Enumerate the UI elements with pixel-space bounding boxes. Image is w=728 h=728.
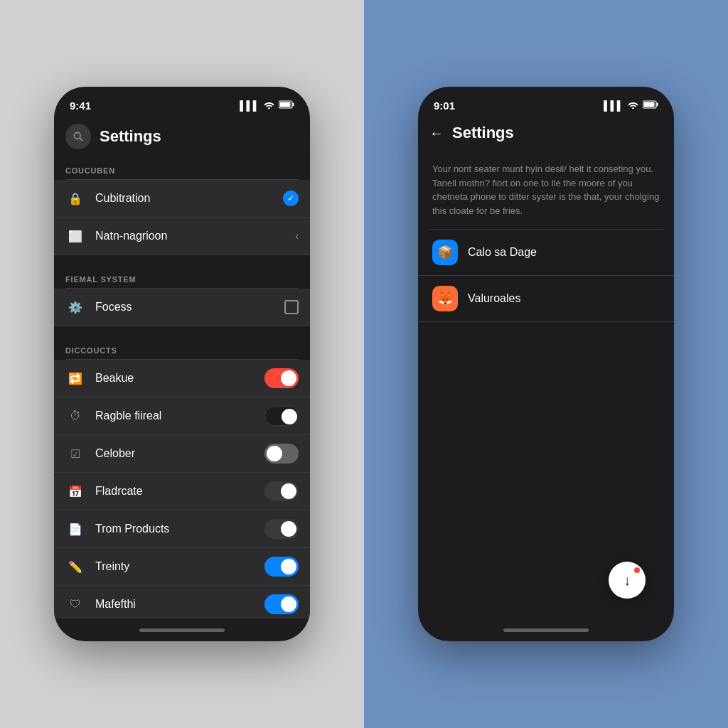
list-item-ragble[interactable]: ⏱ Ragble fiireal bbox=[54, 397, 310, 435]
lock-icon: 🔒 bbox=[65, 188, 85, 208]
fox-icon: 🦊 bbox=[437, 291, 453, 306]
item-label-ragble: Ragble fiireal bbox=[95, 410, 264, 422]
time-right: 9:01 bbox=[434, 100, 455, 112]
page-title-left: Settings bbox=[100, 127, 161, 146]
page-title-right: Settings bbox=[452, 124, 514, 142]
home-indicator-right bbox=[418, 619, 674, 641]
svg-rect-6 bbox=[657, 102, 658, 106]
left-panel: 9:41 ▌▌▌ bbox=[0, 0, 364, 728]
check-icon: ✓ bbox=[283, 191, 299, 206]
svg-rect-7 bbox=[644, 102, 655, 107]
toggle-treinty[interactable] bbox=[264, 557, 299, 577]
list-item-natn[interactable]: ⬜ Natn-nagrioon ‹ bbox=[54, 218, 310, 255]
svg-rect-1 bbox=[293, 102, 294, 106]
search-button[interactable] bbox=[65, 124, 91, 149]
app-row-calo[interactable]: 📦 Calo sa Dage bbox=[418, 230, 674, 276]
toggle-trom-products[interactable] bbox=[264, 519, 299, 539]
square-icon: ⬜ bbox=[65, 226, 85, 246]
description-text: Your nont seater munt hyin desil/ helt i… bbox=[418, 151, 674, 229]
app-icon-calo: 📦 bbox=[432, 240, 458, 265]
item-label-fladrcate: Fladrcate bbox=[95, 485, 264, 498]
svg-line-4 bbox=[80, 138, 82, 141]
item-label-cubitration: Cubitration bbox=[95, 192, 283, 205]
section-label-diccoucts: DICCOUCTS bbox=[54, 338, 310, 359]
app-icon-valuroales: 🦊 bbox=[432, 286, 458, 311]
package-icon: 📦 bbox=[437, 245, 453, 260]
back-button[interactable]: ← bbox=[429, 125, 444, 141]
section-label-fiemal: FIEMAL SYSTEM bbox=[54, 267, 310, 288]
status-bar-right: 9:01 ▌▌▌ bbox=[418, 87, 674, 118]
list-item-cubitration[interactable]: 🔒 Cubitration ✓ bbox=[54, 180, 310, 218]
timer-icon: ⏱ bbox=[65, 406, 85, 426]
document-icon: 📄 bbox=[65, 519, 85, 539]
item-label-treinty: Treinty bbox=[95, 560, 264, 573]
float-btn-dot bbox=[634, 567, 640, 573]
header-left: Settings bbox=[54, 118, 310, 158]
gear-icon: ⚙️ bbox=[65, 297, 85, 317]
wifi-icon-right bbox=[628, 100, 638, 111]
toggle-beakue[interactable] bbox=[264, 368, 299, 388]
checkmark-right: ✓ bbox=[283, 191, 299, 206]
right-panel: 9:01 ▌▌▌ ← Setting bbox=[364, 0, 728, 728]
item-label-beakue: Beakue bbox=[95, 372, 264, 385]
refresh-icon: 🔁 bbox=[65, 368, 85, 388]
chevron-right: ‹ bbox=[295, 230, 299, 242]
list-item-beakue[interactable]: 🔁 Beakue bbox=[54, 360, 310, 397]
item-label-focess: Focess bbox=[95, 301, 284, 314]
checkbox-icon bbox=[284, 300, 299, 314]
list-item-fladrcate[interactable]: 📅 Fladrcate bbox=[54, 473, 310, 510]
space-1 bbox=[54, 255, 310, 267]
app-row-valuroales[interactable]: 🦊 Valuroales bbox=[418, 276, 674, 322]
section-label-coucuben: COUCUBEN bbox=[54, 158, 310, 179]
time-left: 9:41 bbox=[70, 100, 91, 112]
pencil-icon: ✏️ bbox=[65, 557, 85, 577]
scroll-content-left[interactable]: COUCUBEN 🔒 Cubitration ✓ ⬜ Natn-nagrioon… bbox=[54, 158, 310, 619]
home-indicator-left bbox=[54, 619, 310, 641]
space-2 bbox=[54, 326, 310, 338]
status-icons-right: ▌▌▌ bbox=[604, 100, 658, 111]
float-button[interactable]: ↓ bbox=[609, 562, 646, 599]
red-dot-icon bbox=[285, 412, 294, 421]
item-label-trom-products: Trom Products bbox=[95, 523, 264, 535]
left-phone: 9:41 ▌▌▌ bbox=[54, 87, 310, 641]
svg-point-3 bbox=[74, 132, 80, 139]
header-right: ← Settings bbox=[418, 118, 674, 151]
battery-icon-right bbox=[643, 100, 658, 111]
toggle-ragble[interactable] bbox=[264, 406, 299, 426]
shield-icon: 🛡 bbox=[65, 594, 85, 614]
signal-icon-right: ▌▌▌ bbox=[604, 100, 623, 111]
list-item-mafefthi[interactable]: 🛡 Mafefthi bbox=[54, 586, 310, 619]
svg-rect-2 bbox=[280, 102, 291, 107]
status-bar-left: 9:41 ▌▌▌ bbox=[54, 87, 310, 118]
calendar-icon: 📅 bbox=[65, 481, 85, 501]
home-bar-right bbox=[503, 628, 589, 632]
list-item-celober[interactable]: ☑ Celober bbox=[54, 435, 310, 473]
chevron-icon: ‹ bbox=[295, 230, 299, 242]
down-arrow-icon: ↓ bbox=[623, 572, 631, 589]
list-item-trom-products[interactable]: 📄 Trom Products bbox=[54, 510, 310, 548]
item-label-mafefthi: Mafefthi bbox=[95, 598, 264, 611]
right-phone: 9:01 ▌▌▌ ← Setting bbox=[418, 87, 674, 641]
item-label-celober: Celober bbox=[95, 447, 264, 460]
home-bar-left bbox=[139, 628, 225, 632]
battery-icon bbox=[279, 100, 294, 111]
toggle-celober[interactable] bbox=[264, 444, 299, 464]
toggle-mafefthi[interactable] bbox=[264, 594, 299, 614]
toggle-fladrcate[interactable] bbox=[264, 481, 299, 501]
item-label-natn: Natn-nagrioon bbox=[95, 230, 295, 242]
status-icons-left: ▌▌▌ bbox=[240, 100, 294, 111]
list-item-focess[interactable]: ⚙️ Focess bbox=[54, 289, 310, 326]
app-label-calo: Calo sa Dage bbox=[468, 246, 537, 259]
scroll-content-right[interactable]: Your nont seater munt hyin desil/ helt i… bbox=[418, 151, 674, 619]
checkbox-icon2: ☑ bbox=[65, 444, 85, 464]
app-label-valuroales: Valuroales bbox=[468, 292, 520, 305]
list-item-treinty[interactable]: ✏️ Treinty bbox=[54, 548, 310, 586]
signal-icon: ▌▌▌ bbox=[240, 100, 259, 111]
wifi-icon bbox=[264, 100, 274, 111]
checkbox-right bbox=[284, 300, 299, 314]
